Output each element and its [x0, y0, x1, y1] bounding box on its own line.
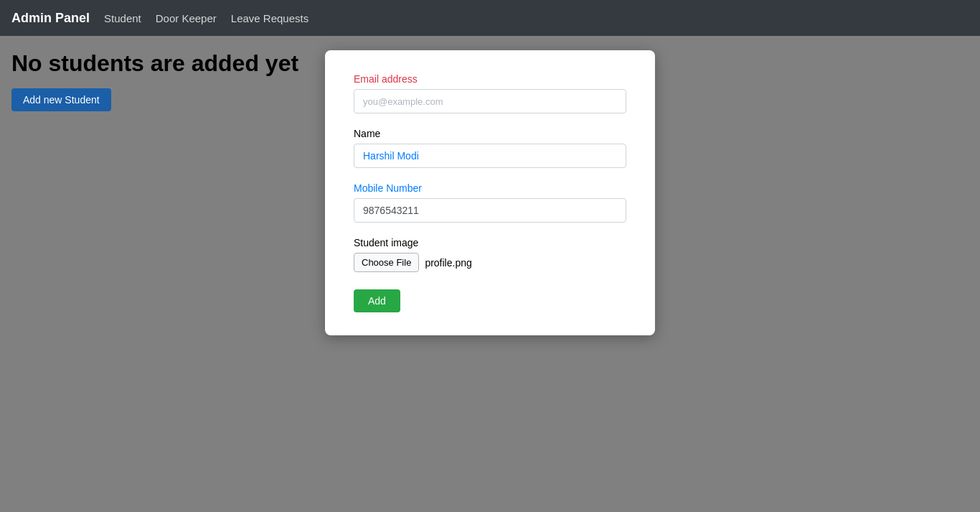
file-name-display: profile.png: [425, 257, 471, 269]
email-label: Email address: [354, 73, 626, 85]
email-group: Email address: [354, 73, 626, 113]
mobile-input[interactable]: [354, 198, 626, 223]
name-group: Name: [354, 128, 626, 168]
navbar-brand[interactable]: Admin Panel: [11, 11, 90, 26]
mobile-label: Mobile Number: [354, 182, 626, 194]
navbar: Admin Panel Student Door Keeper Leave Re…: [0, 0, 980, 36]
navbar-link-doorkeeper[interactable]: Door Keeper: [156, 12, 217, 24]
email-input[interactable]: [354, 89, 626, 113]
name-input[interactable]: [354, 144, 626, 168]
mobile-group: Mobile Number: [354, 182, 626, 223]
modal-card: Email address Name Mobile Number Student…: [325, 50, 655, 335]
image-label: Student image: [354, 237, 626, 248]
navbar-link-student[interactable]: Student: [104, 12, 141, 24]
main-content: No students are added yet Add new Studen…: [0, 36, 980, 126]
name-label: Name: [354, 128, 626, 139]
modal-area: Email address Name Mobile Number Student…: [0, 43, 980, 335]
choose-file-button[interactable]: Choose File: [354, 253, 419, 272]
add-button[interactable]: Add: [354, 289, 400, 312]
file-input-wrapper: Choose File profile.png: [354, 253, 626, 272]
image-group: Student image Choose File profile.png: [354, 237, 626, 272]
navbar-link-leaverequests[interactable]: Leave Requests: [231, 12, 308, 24]
